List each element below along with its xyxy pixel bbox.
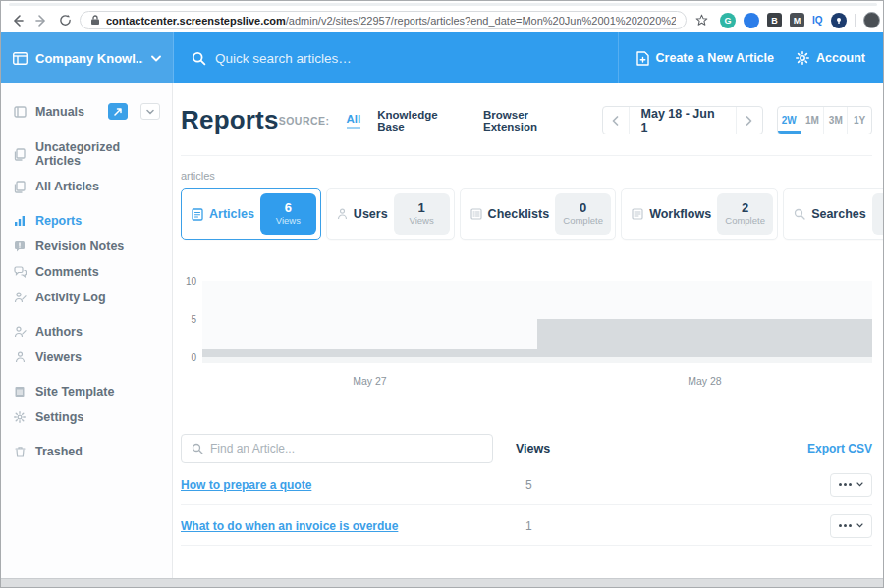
sidebar-item-all-articles[interactable]: All Articles bbox=[1, 174, 172, 199]
sidebar-item-viewers[interactable]: Viewers bbox=[1, 345, 172, 370]
report-header: Reports SOURCE: All Knowledge Base Brows… bbox=[181, 83, 872, 156]
workflow-icon bbox=[632, 208, 643, 220]
sidebar-item-comments[interactable]: Comments bbox=[1, 259, 172, 285]
chevron-down-icon bbox=[856, 482, 863, 487]
sidebar-item-reports[interactable]: Reports bbox=[1, 208, 172, 234]
metric-card-checklists[interactable]: Checklists 0Complete bbox=[460, 188, 617, 240]
table-row: What to do when an invoice is overdue 1 bbox=[181, 507, 872, 546]
tab-strip-line bbox=[9, 3, 877, 6]
sidebar-item-site-template[interactable]: Site Template bbox=[1, 379, 172, 404]
chart-x-axis: May 27May 28 bbox=[202, 375, 872, 387]
date-prev-icon[interactable] bbox=[603, 107, 629, 134]
browser-chrome: contactcenter.screenstepslive.com/admin/… bbox=[1, 1, 883, 32]
viewer-icon bbox=[13, 351, 27, 363]
metric-badge: 0Complete bbox=[555, 193, 611, 235]
sidebar-item-trashed[interactable]: Trashed bbox=[1, 439, 172, 464]
trash-icon bbox=[13, 446, 27, 457]
export-csv-link[interactable]: Export CSV bbox=[807, 442, 872, 455]
manuals-chevron-button[interactable] bbox=[140, 103, 160, 120]
extension-icons: G B M IQ bbox=[720, 12, 884, 28]
pages-icon bbox=[13, 148, 27, 161]
quick-search-placeholder: Quick search articles… bbox=[215, 51, 352, 66]
source-filter: SOURCE: All Knowledge Base Browser Exten… bbox=[279, 109, 584, 133]
sidebar-item-activity-log[interactable]: Activity Log bbox=[1, 285, 172, 310]
section-label: articles bbox=[181, 170, 872, 182]
y-tick-label: 10 bbox=[186, 276, 196, 287]
revision-flag-icon bbox=[13, 241, 27, 252]
sidebar-item-authors[interactable]: Authors bbox=[1, 319, 172, 345]
row-options-button[interactable] bbox=[830, 473, 872, 497]
url-bar[interactable]: contactcenter.screenstepslive.com/admin/… bbox=[80, 11, 687, 29]
forward-icon[interactable] bbox=[32, 12, 50, 29]
sidebar-item-manuals[interactable]: Manuals bbox=[1, 97, 172, 126]
sidebar-item-settings[interactable]: Settings bbox=[1, 404, 172, 430]
metric-badge: 6Views bbox=[260, 193, 316, 235]
header-actions: Create a New Article Account bbox=[618, 32, 883, 83]
source-label: SOURCE: bbox=[279, 115, 330, 127]
metric-card-workflows[interactable]: Workflows 2Complete bbox=[621, 188, 778, 240]
gear-icon bbox=[796, 51, 809, 65]
date-range-label[interactable]: May 18 - Jun 1 bbox=[629, 107, 738, 134]
range-button-1y[interactable]: 1Y bbox=[848, 107, 871, 134]
site-icon bbox=[13, 52, 28, 65]
article-link[interactable]: How to prepare a quote bbox=[181, 478, 516, 492]
search-icon bbox=[192, 443, 203, 454]
grammarly-extension-icon[interactable]: G bbox=[720, 13, 736, 28]
site-switcher[interactable]: Company Knowl... bbox=[1, 32, 173, 83]
account-button[interactable]: Account bbox=[796, 51, 865, 65]
date-next-icon[interactable] bbox=[737, 107, 762, 134]
site-name: Company Knowl... bbox=[35, 51, 143, 66]
chevron-down-icon bbox=[856, 523, 863, 528]
sidebar-item-uncategorized-articles[interactable]: Uncategorized Articles bbox=[1, 134, 172, 174]
create-new-article-button[interactable]: Create a New Article bbox=[636, 51, 774, 66]
site-template-icon bbox=[13, 386, 27, 398]
more-options-icon bbox=[839, 524, 852, 527]
b-extension-icon[interactable]: B bbox=[767, 13, 782, 27]
source-option-all[interactable]: All bbox=[347, 113, 361, 129]
checklist-icon bbox=[470, 208, 482, 220]
x-tick-label: May 27 bbox=[202, 375, 537, 387]
toolbar-divider bbox=[855, 14, 856, 27]
window-bottom-edge bbox=[1, 578, 883, 587]
range-button-3m[interactable]: 3M bbox=[824, 107, 848, 134]
open-site-external-link-button[interactable] bbox=[108, 103, 128, 120]
search-icon bbox=[794, 208, 805, 220]
metric-card-searches[interactable]: Searches 3Queries bbox=[783, 188, 883, 240]
blue-extension-icon[interactable] bbox=[744, 13, 759, 28]
metric-card-articles[interactable]: Articles 6Views bbox=[181, 188, 321, 240]
source-option-knowledge-base[interactable]: Knowledge Base bbox=[377, 109, 467, 133]
browser-window: contactcenter.screenstepslive.com/admin/… bbox=[0, 0, 884, 588]
search-icon bbox=[192, 51, 206, 66]
article-views: 5 bbox=[516, 478, 830, 492]
article-table-header: Views Export CSV bbox=[181, 434, 872, 463]
table-row: How to prepare a quote 5 bbox=[181, 465, 872, 505]
sidebar-item-revision-notes[interactable]: Revision Notes bbox=[1, 234, 172, 259]
user-icon bbox=[337, 208, 348, 220]
find-article-search[interactable] bbox=[181, 434, 493, 463]
pin-extension-icon[interactable] bbox=[831, 13, 847, 28]
range-preset-group: 2W 1M 3M 1Y bbox=[777, 106, 872, 134]
chart-baseline bbox=[202, 357, 872, 363]
profile-avatar[interactable] bbox=[863, 12, 880, 28]
bar-chart-icon bbox=[13, 215, 27, 227]
row-options-button[interactable] bbox=[830, 514, 872, 538]
reload-icon[interactable] bbox=[56, 12, 74, 29]
lock-icon bbox=[90, 15, 100, 26]
chart-plot bbox=[202, 281, 872, 357]
metric-card-users[interactable]: Users 1Views bbox=[326, 188, 455, 240]
m-extension-icon[interactable]: M bbox=[790, 13, 804, 27]
range-button-1m[interactable]: 1M bbox=[801, 107, 825, 134]
main-content: Reports SOURCE: All Knowledge Base Brows… bbox=[173, 83, 883, 579]
comments-icon bbox=[13, 266, 27, 278]
article-doc-icon bbox=[192, 208, 203, 221]
bookmark-star-icon[interactable] bbox=[692, 12, 710, 29]
browser-toolbar: contactcenter.screenstepslive.com/admin/… bbox=[1, 8, 883, 32]
article-link[interactable]: What to do when an invoice is overdue bbox=[181, 519, 516, 533]
quick-search[interactable]: Quick search articles… bbox=[173, 32, 618, 83]
source-option-browser-extension[interactable]: Browser Extension bbox=[483, 109, 584, 133]
app-header: Company Knowl... Quick search articles… … bbox=[1, 32, 883, 83]
range-button-2w[interactable]: 2W bbox=[778, 107, 801, 134]
find-article-input[interactable] bbox=[210, 442, 482, 455]
back-icon[interactable] bbox=[9, 12, 27, 29]
iq-extension-icon[interactable]: IQ bbox=[812, 15, 823, 26]
